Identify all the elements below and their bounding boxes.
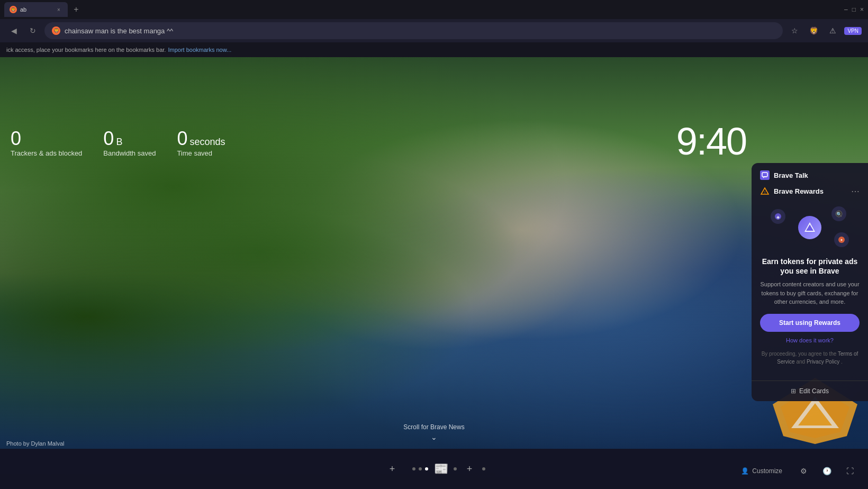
brave-talk-row[interactable]: Brave Talk bbox=[760, 170, 860, 180]
address-text: chainsaw man is the best manga ^^ bbox=[65, 27, 775, 35]
refresh-button[interactable]: ↻ bbox=[25, 23, 40, 38]
svg-text:!: ! bbox=[764, 190, 765, 195]
scroll-text: Scroll for Brave News bbox=[403, 423, 464, 431]
fullscreen-icon[interactable]: ⛶ bbox=[843, 464, 857, 478]
clock: 9:40 bbox=[676, 120, 746, 163]
trackers-stat: 0 Trackers & ads blocked bbox=[11, 129, 82, 157]
stats-overlay: 0 Trackers & ads blocked 0 B Bandwidth s… bbox=[0, 121, 236, 166]
edit-cards-row[interactable]: ⊞ Edit Cards bbox=[752, 381, 868, 401]
rewards-card: Brave Talk ! Brave Rewards ⋯ ◈ bbox=[752, 163, 868, 401]
brave-rewards-title: Brave Rewards bbox=[774, 187, 824, 195]
bottom-right-actions: 👤 Customize ⚙ 🕐 ⛶ bbox=[736, 464, 857, 478]
bandwidth-label: Bandwidth saved bbox=[103, 149, 156, 157]
tab-title: ab bbox=[20, 6, 26, 13]
more-button[interactable]: ⋯ bbox=[851, 186, 860, 196]
trackers-label: Trackers & ads blocked bbox=[11, 149, 82, 157]
bat-logo bbox=[798, 216, 821, 239]
brave-rewards-icon: ! bbox=[760, 187, 770, 196]
bandwidth-unit: B bbox=[116, 137, 122, 147]
customize-label: Customize bbox=[752, 467, 782, 475]
back-button[interactable]: ◀ bbox=[6, 23, 21, 38]
rewards-section: Brave Talk ! Brave Rewards ⋯ ◈ bbox=[752, 163, 868, 381]
edit-cards-icon: ⊞ bbox=[791, 387, 796, 395]
bookmarks-bar: ick access, place your bookmarks here on… bbox=[0, 42, 868, 57]
window-controls: – □ × bbox=[844, 6, 864, 13]
rewards-illustration: ◈ 🔍 bbox=[760, 204, 860, 251]
settings-icon[interactable]: ⚙ bbox=[796, 464, 811, 478]
new-tab-button[interactable]: + bbox=[70, 3, 83, 16]
tab-favicon: 🦁 bbox=[10, 6, 17, 13]
browser-actions: ☆ 🦁 ⚠ VPN bbox=[787, 23, 862, 38]
history-icon[interactable]: 🕐 bbox=[819, 464, 834, 478]
orbit-icon-1: ◈ bbox=[771, 209, 785, 224]
add-right-button[interactable]: + bbox=[460, 459, 479, 478]
privacy-link[interactable]: Privacy Policy bbox=[807, 359, 839, 365]
page-dot-3[interactable] bbox=[425, 467, 428, 470]
time-label: Time saved bbox=[177, 149, 225, 157]
page-dot-4[interactable] bbox=[454, 467, 457, 470]
import-bookmarks-link[interactable]: Import bookmarks now... bbox=[168, 47, 231, 53]
main-background: Photo by Dylan Malval 0 Trackers & ads b… bbox=[0, 57, 868, 489]
bookmark-icon[interactable]: ☆ bbox=[787, 23, 802, 38]
bookmarks-message: ick access, place your bookmarks here on… bbox=[6, 47, 166, 53]
svg-text:◈: ◈ bbox=[776, 215, 780, 220]
page-dot-5[interactable] bbox=[482, 467, 485, 470]
scroll-arrow-icon: ⌄ bbox=[431, 433, 437, 441]
add-left-button[interactable]: + bbox=[383, 459, 402, 478]
customize-button[interactable]: 👤 Customize bbox=[736, 464, 788, 478]
time-value: 0 seconds bbox=[177, 129, 225, 148]
brave-rewards-title-row: ! Brave Rewards ⋯ bbox=[760, 186, 860, 196]
rewards-description: Support content creators and use your to… bbox=[760, 280, 860, 306]
browser-tab[interactable]: 🦁 ab × bbox=[4, 2, 68, 17]
orbit-icon-2: 🔍 bbox=[831, 206, 846, 221]
address-bar[interactable]: 🦁 chainsaw man is the best manga ^^ bbox=[44, 22, 783, 39]
time-unit: seconds bbox=[189, 137, 225, 147]
brave-talk-icon bbox=[760, 170, 770, 180]
page-dot-1[interactable] bbox=[412, 467, 415, 470]
close-button[interactable]: × bbox=[860, 6, 864, 13]
svg-text:🔍: 🔍 bbox=[836, 211, 843, 218]
maximize-button[interactable]: □ bbox=[852, 6, 856, 13]
trackers-value: 0 bbox=[11, 129, 82, 148]
time-stat: 0 seconds Time saved bbox=[177, 129, 225, 157]
news-button[interactable]: 📰 bbox=[431, 459, 450, 478]
legal-text: By proceeding, you agree to the Terms of… bbox=[760, 350, 860, 366]
how-it-works-link[interactable]: How does it work? bbox=[760, 337, 860, 343]
page-dots: 📰 + bbox=[412, 459, 485, 478]
minimize-button[interactable]: – bbox=[844, 6, 848, 13]
svg-rect-0 bbox=[762, 173, 767, 177]
tab-bar: 🦁 ab × + – □ × bbox=[0, 0, 868, 19]
photo-credit: Photo by Dylan Malval bbox=[6, 440, 64, 447]
tab-close-button[interactable]: × bbox=[55, 6, 62, 13]
shields-icon[interactable]: 🦁 bbox=[806, 23, 821, 38]
address-favicon: 🦁 bbox=[52, 26, 60, 35]
bandwidth-value: 0 B bbox=[103, 129, 156, 148]
scroll-indicator: Scroll for Brave News ⌄ bbox=[403, 423, 464, 441]
browser-chrome: 🦁 ab × + – □ × ◀ ↻ 🦁 chainsaw man is the… bbox=[0, 0, 868, 42]
page-dot-2[interactable] bbox=[419, 467, 422, 470]
rewards-icon[interactable]: ⚠ bbox=[825, 23, 840, 38]
edit-cards-label: Edit Cards bbox=[799, 387, 829, 395]
svg-text:✦: ✦ bbox=[840, 238, 843, 242]
bottom-bar: + 📰 + 👤 Customize ⚙ 🕐 ⛶ bbox=[0, 449, 868, 489]
customize-icon: 👤 bbox=[741, 467, 749, 475]
address-bar-row: ◀ ↻ 🦁 chainsaw man is the best manga ^^ … bbox=[0, 19, 868, 42]
bandwidth-stat: 0 B Bandwidth saved bbox=[103, 129, 156, 157]
brave-talk-title: Brave Talk bbox=[774, 171, 808, 179]
rewards-headline: Earn tokens for private ads you see in B… bbox=[760, 257, 860, 276]
vpn-button[interactable]: VPN bbox=[844, 27, 862, 35]
start-rewards-button[interactable]: Start using Rewards bbox=[760, 314, 860, 332]
orbit-icon-3: ✦ bbox=[834, 232, 849, 247]
